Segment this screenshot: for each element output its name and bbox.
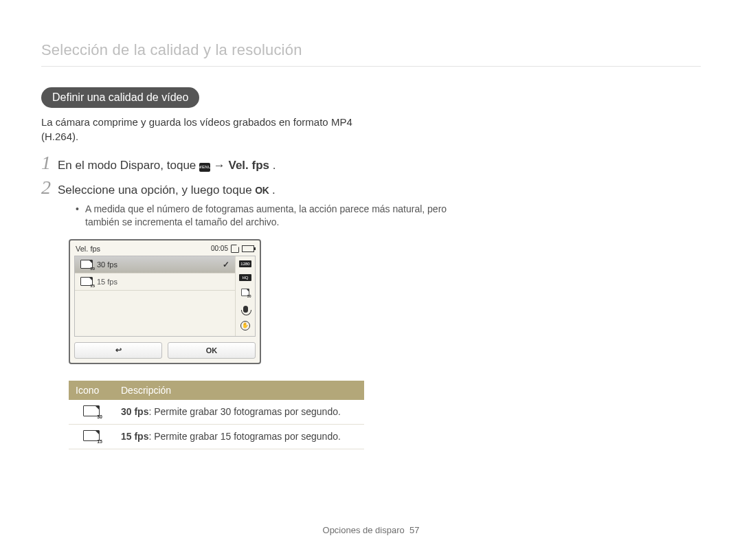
table-cell-icon: 15 <box>69 424 114 449</box>
fps-icon: 30 <box>83 405 100 416</box>
camera-option-list: 30 30 fps ✓ 15 15 fps <box>75 256 235 336</box>
resolution-badge: 1280 <box>239 260 251 267</box>
step-number: 2 <box>41 178 58 197</box>
bullet-dot: • <box>76 203 85 229</box>
option-label: 30 fps <box>97 260 117 269</box>
step-1: 1 En el modo Disparo, toque MENU → Vel. … <box>41 153 453 174</box>
camera-screen: Vel. fps 00:05 30 30 fps ✓ 15 <box>69 239 261 364</box>
camera-ok-button[interactable]: OK <box>168 342 256 359</box>
table-row: 30 30 fps: Permite grabar 30 fotogramas … <box>69 400 364 425</box>
battery-icon <box>242 245 254 252</box>
intro-text: La cámara comprime y guarda los vídeos g… <box>41 115 357 144</box>
section-pill: Definir una calidad de vídeo <box>41 87 199 108</box>
option-label: 15 fps <box>97 278 117 286</box>
footer-page-number: 57 <box>409 525 419 535</box>
camera-back-button[interactable]: ↩ <box>74 342 162 359</box>
bullet-text: A medida que el número de fotogramas aum… <box>85 203 460 229</box>
quality-badge: HQ <box>239 274 251 281</box>
table-head-desc: Descripción <box>114 381 364 400</box>
step-1-end: . <box>273 159 276 172</box>
fps-icon: 15 <box>80 277 93 286</box>
step-2: 2 Seleccione una opción, y luego toque O… <box>41 178 453 199</box>
table-row: 15 15 fps: Permite grabar 15 fotogramas … <box>69 424 364 449</box>
ok-icon: OK <box>255 184 269 198</box>
table-cell-desc: 15 fps: Permite grabar 15 fotogramas por… <box>114 424 364 449</box>
ois-icon: ✋ <box>240 321 250 331</box>
step-1-arrow: → <box>214 159 229 172</box>
table-cell-desc: 30 fps: Permite grabar 30 fotogramas por… <box>114 400 364 425</box>
step-1-text: En el modo Disparo, toque MENU → Vel. fp… <box>58 157 276 174</box>
step-2-bullet: • A medida que el número de fotogramas a… <box>76 203 460 229</box>
mic-icon <box>240 304 250 314</box>
step-2-text: Seleccione una opción, y luego toque OK … <box>58 182 276 199</box>
fps-icon: 30 <box>80 260 93 269</box>
memory-card-icon <box>231 245 239 253</box>
table-head-icon: Icono <box>69 381 114 400</box>
step-1-pre: En el modo Disparo, toque <box>58 159 199 172</box>
camera-option-15fps[interactable]: 15 15 fps <box>75 273 235 291</box>
page-top-title: Selección de la calidad y la resolución <box>41 41 701 67</box>
camera-time: 00:05 <box>211 245 228 252</box>
fps-description-table: Icono Descripción 30 30 fps: Permite gra… <box>69 381 364 449</box>
fps-side-icon: 30 <box>240 288 250 298</box>
step-2-end: . <box>272 183 276 197</box>
camera-side-icons: 1280 HQ 30 ✋ <box>235 256 255 336</box>
menu-icon: MENU <box>199 163 210 172</box>
fps-icon: 15 <box>83 430 100 441</box>
table-cell-icon: 30 <box>69 400 114 425</box>
step-2-pre: Seleccione una opción, y luego toque <box>58 183 255 197</box>
camera-screen-title: Vel. fps <box>76 245 100 253</box>
step-1-bold: Vel. fps <box>228 159 269 172</box>
footer-section: Opciones de disparo <box>323 525 405 535</box>
check-icon: ✓ <box>223 260 229 269</box>
camera-option-30fps[interactable]: 30 30 fps ✓ <box>75 256 235 273</box>
page-footer: Opciones de disparo 57 <box>0 525 742 535</box>
step-number: 1 <box>41 153 58 172</box>
